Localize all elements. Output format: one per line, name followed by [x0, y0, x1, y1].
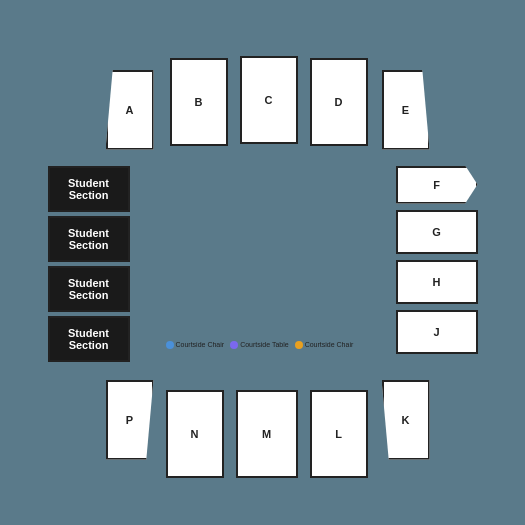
- legend-courtside-chair-2: Courtside Chair: [295, 341, 354, 349]
- section-ss4[interactable]: Student Section: [48, 316, 130, 362]
- legend: Courtside Chair Courtside Table Courtsid…: [166, 341, 354, 349]
- legend-courtside-chair: Courtside Chair: [166, 341, 225, 349]
- section-a[interactable]: A: [106, 70, 154, 150]
- section-p[interactable]: P: [106, 380, 154, 460]
- legend-courtside-table: Courtside Table: [230, 341, 289, 349]
- section-l[interactable]: L: [310, 390, 368, 478]
- legend-dot-chair: [166, 341, 174, 349]
- legend-dot-chair2: [295, 341, 303, 349]
- section-ss3[interactable]: Student Section: [48, 266, 130, 312]
- section-h[interactable]: H: [396, 260, 478, 304]
- section-ss1[interactable]: Student Section: [48, 166, 130, 212]
- section-e[interactable]: E: [382, 70, 430, 150]
- section-c[interactable]: C: [240, 56, 298, 144]
- section-n[interactable]: N: [166, 390, 224, 478]
- section-d[interactable]: D: [310, 58, 368, 146]
- section-ss2[interactable]: Student Section: [48, 216, 130, 262]
- section-f[interactable]: F: [396, 166, 478, 204]
- venue-map: A B C D E Student Section Student Sectio…: [18, 18, 508, 508]
- legend-dot-table: [230, 341, 238, 349]
- section-j[interactable]: J: [396, 310, 478, 354]
- section-b[interactable]: B: [170, 58, 228, 146]
- section-k[interactable]: K: [382, 380, 430, 460]
- section-m[interactable]: M: [236, 390, 298, 478]
- section-g[interactable]: G: [396, 210, 478, 254]
